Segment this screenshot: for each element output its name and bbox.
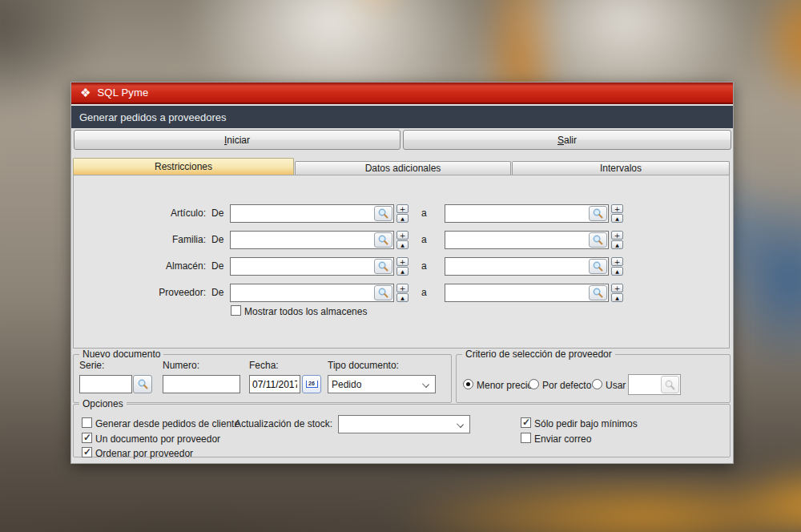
- tipo-documento-value: Pedido: [332, 379, 361, 390]
- nuevo-documento-group: Nuevo documento Serie: Numero: Fecha: 26…: [73, 354, 452, 403]
- numero-input[interactable]: [163, 375, 240, 393]
- a-label: a: [421, 208, 427, 219]
- almacen-to-input[interactable]: [445, 258, 588, 275]
- articulo-to-input[interactable]: [445, 205, 588, 222]
- un-documento-checkbox[interactable]: [82, 433, 92, 443]
- plus-icon[interactable]: +: [611, 284, 623, 292]
- enviar-correo-checkbox[interactable]: [521, 433, 531, 443]
- proveedor-from-field: [230, 284, 394, 302]
- numero-label: Numero:: [163, 360, 199, 371]
- de-label: De: [211, 260, 223, 272]
- opciones-group: Opciones Generar desde pedidos de client…: [73, 404, 731, 457]
- articulo-from-spinner: + ▲: [396, 204, 409, 223]
- menor-precio-radio[interactable]: [463, 379, 473, 389]
- serie-search-icon[interactable]: [133, 375, 152, 393]
- tipo-documento-label: Tipo documento:: [328, 360, 399, 371]
- tab-restricciones[interactable]: Restricciones: [73, 158, 294, 175]
- up-arrow-icon[interactable]: ▲: [396, 267, 409, 276]
- proveedor-to-spinner: + ▲: [611, 284, 623, 302]
- up-arrow-icon[interactable]: ▲: [396, 214, 409, 223]
- por-defecto-label: Por defecto: [542, 380, 591, 391]
- ordenar-proveedor-checkbox[interactable]: [82, 447, 92, 457]
- search-icon[interactable]: [589, 285, 607, 300]
- calendar-icon[interactable]: 26: [302, 375, 321, 393]
- search-icon[interactable]: [589, 259, 607, 274]
- tab-intervalos[interactable]: Intervalos: [512, 161, 730, 175]
- search-icon[interactable]: [374, 285, 392, 300]
- plus-icon[interactable]: +: [396, 231, 409, 240]
- serie-label: Serie:: [79, 360, 104, 371]
- plus-icon[interactable]: +: [396, 284, 409, 292]
- ordenar-proveedor-label: Ordenar por proveedor: [95, 448, 193, 459]
- por-defecto-radio[interactable]: [529, 379, 539, 389]
- search-icon[interactable]: [374, 232, 392, 248]
- articulo-from-input[interactable]: [231, 205, 373, 222]
- serie-input[interactable]: [79, 375, 132, 393]
- search-icon[interactable]: [374, 259, 392, 274]
- a-label: a: [421, 234, 427, 245]
- up-arrow-icon[interactable]: ▲: [611, 240, 623, 249]
- articulo-from-field: [230, 204, 394, 223]
- up-arrow-icon[interactable]: ▲: [611, 214, 623, 223]
- up-arrow-icon[interactable]: ▲: [611, 267, 623, 276]
- search-icon[interactable]: [374, 206, 392, 221]
- plus-icon[interactable]: +: [611, 257, 623, 266]
- row-almacen: Almacén: De + ▲ a + ▲: [74, 257, 729, 276]
- chevron-down-icon: [457, 421, 464, 428]
- solo-pedir-label: Sólo pedir bajo mínimos: [534, 418, 638, 429]
- de-label: De: [211, 234, 223, 245]
- familia-from-field: [230, 231, 394, 249]
- plus-icon[interactable]: +: [396, 257, 409, 266]
- proveedor-to-input[interactable]: [445, 284, 588, 301]
- articulo-to-field: [445, 204, 609, 223]
- proveedor-label: Proveedor:: [74, 287, 206, 298]
- familia-to-input[interactable]: [445, 232, 588, 248]
- plus-icon[interactable]: +: [611, 204, 623, 213]
- up-arrow-icon[interactable]: ▲: [396, 240, 409, 249]
- plus-icon[interactable]: +: [396, 204, 409, 213]
- familia-from-spinner: + ▲: [396, 231, 409, 249]
- usar-field: [628, 374, 681, 395]
- familia-to-field: [445, 231, 609, 249]
- tipo-documento-select[interactable]: Pedido: [328, 375, 436, 393]
- proveedor-to-field: [445, 284, 609, 302]
- usar-input[interactable]: [629, 375, 660, 394]
- familia-label: Familia:: [74, 234, 206, 245]
- mostrar-todos-checkbox[interactable]: [231, 305, 241, 316]
- window-title: SQL Pyme: [97, 87, 148, 99]
- almacen-to-spinner: + ▲: [611, 257, 623, 276]
- dialog-header: Generar pedidos a proveedores: [71, 106, 733, 128]
- a-label: a: [421, 260, 427, 272]
- search-icon[interactable]: [589, 232, 607, 248]
- actualizacion-stock-select[interactable]: [338, 415, 470, 433]
- almacen-to-field: [445, 257, 609, 276]
- un-documento-label: Un documento por proveedor: [95, 433, 220, 445]
- generar-desde-pedidos-checkbox[interactable]: [82, 417, 92, 428]
- search-icon[interactable]: [661, 376, 679, 393]
- search-icon[interactable]: [589, 206, 607, 221]
- familia-from-input[interactable]: [231, 232, 373, 248]
- salir-button[interactable]: Salir: [403, 130, 731, 150]
- iniciar-button[interactable]: Iniciar: [74, 130, 400, 150]
- articulo-to-spinner: + ▲: [611, 204, 623, 223]
- nuevo-documento-title: Nuevo documento: [79, 349, 163, 360]
- usar-radio[interactable]: [592, 379, 602, 389]
- articulo-label: Artículo:: [74, 208, 206, 219]
- row-proveedor: Proveedor: De + ▲ a + ▲: [74, 284, 729, 302]
- app-logo-icon: ❖: [80, 87, 91, 99]
- proveedor-from-input[interactable]: [231, 284, 373, 301]
- mostrar-todos-label: Mostrar todos los almacenes: [244, 306, 367, 317]
- usar-label: Usar: [606, 380, 626, 391]
- tab-datos-adicionales[interactable]: Datos adicionales: [295, 161, 511, 175]
- solo-pedir-checkbox[interactable]: [521, 417, 531, 428]
- up-arrow-icon[interactable]: ▲: [396, 293, 409, 302]
- up-arrow-icon[interactable]: ▲: [611, 293, 623, 302]
- fecha-label: Fecha:: [249, 360, 279, 371]
- fecha-input[interactable]: [249, 375, 300, 393]
- proveedor-from-spinner: + ▲: [396, 284, 409, 302]
- almacen-from-input[interactable]: [231, 258, 373, 275]
- enviar-correo-label: Enviar correo: [534, 433, 591, 445]
- criterio-group: Criterio de selección de proveedor Menor…: [456, 354, 731, 403]
- plus-icon[interactable]: +: [611, 231, 623, 240]
- de-label: De: [211, 287, 223, 298]
